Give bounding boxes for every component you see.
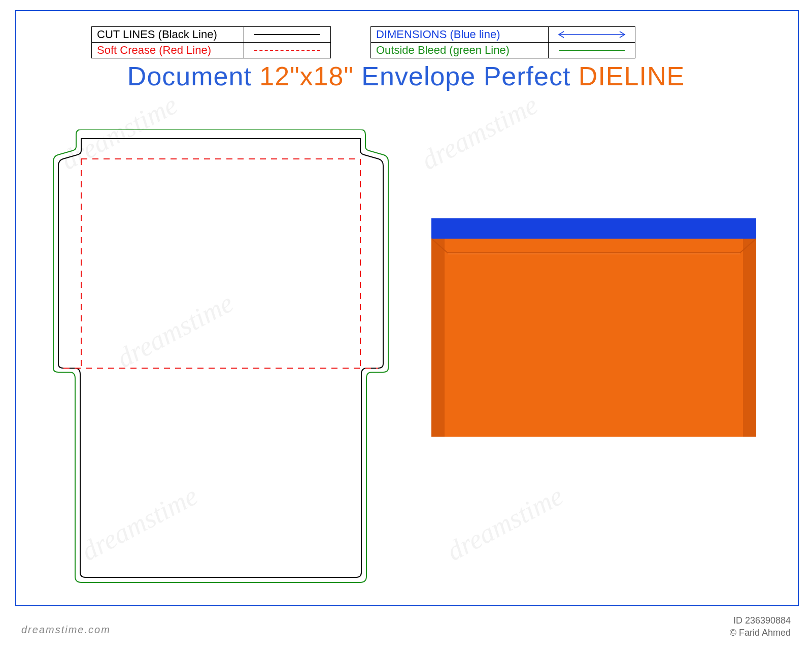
footer-id: ID 236390884	[730, 615, 791, 627]
title-word-document: Document	[127, 61, 252, 91]
double-arrow-icon	[554, 30, 630, 39]
footer-site: dreamstime.com	[21, 624, 111, 636]
legend-soft-crease: Soft Crease (Red Line)	[92, 44, 244, 57]
diagram-title: Document 12"x18" Envelope Perfect DIELIN…	[0, 61, 812, 91]
footer-author: © Farid Ahmed	[730, 627, 791, 639]
legend-right: DIMENSIONS (Blue line) Outside Bleed (gr…	[370, 26, 635, 58]
title-word-envelope: Envelope	[361, 61, 476, 91]
title-word-dieline: DIELINE	[579, 61, 685, 91]
legend-left: CUT LINES (Black Line) Soft Crease (Red …	[91, 26, 331, 58]
footer-credits: ID 236390884 © Farid Ahmed	[730, 615, 791, 639]
swatch-green-line	[548, 43, 635, 58]
swatch-black-line	[244, 27, 330, 42]
swatch-blue-arrow	[548, 27, 635, 42]
legend-outside-bleed: Outside Bleed (green Line)	[371, 44, 548, 57]
envelope-3d	[431, 218, 756, 437]
svg-rect-5	[431, 239, 756, 437]
title-word-perfect: Perfect	[484, 61, 571, 91]
legend-dimensions: DIMENSIONS (Blue line)	[371, 28, 548, 41]
svg-rect-6	[431, 239, 445, 437]
swatch-red-dash	[244, 43, 330, 58]
legend-cut-lines: CUT LINES (Black Line)	[92, 28, 244, 41]
svg-rect-7	[743, 239, 756, 437]
dieline-flat	[48, 129, 393, 586]
title-word-size: 12"x18"	[259, 61, 354, 91]
